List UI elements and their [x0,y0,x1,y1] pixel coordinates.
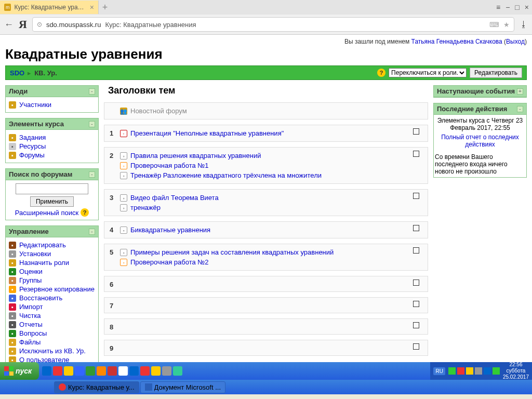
hot-icon: ▫ [120,162,127,169]
ql-icon[interactable] [118,366,128,376]
taskbar-item-browser[interactable]: Курс: Квадратные у... [54,381,139,393]
block-link[interactable]: Резервное копирование [19,285,95,293]
block-link[interactable]: Установки [19,250,51,258]
breadcrumb-root[interactable]: SDO [10,69,24,77]
collapse-icon[interactable]: - [89,121,95,127]
block-link[interactable]: Участники [19,101,51,109]
edit-course-button[interactable]: Редактировать [470,68,522,78]
block-link[interactable]: О пользователе [19,356,69,362]
block-search: Поиск по форумам- Применить Расширенный … [5,168,99,220]
collapse-icon[interactable]: - [89,88,95,95]
keyboard-icon[interactable]: ⌨ [489,21,499,29]
activity-link[interactable]: Проверочная работа №1 [130,162,208,169]
ql-icon[interactable] [75,366,84,376]
windows-logo-icon [4,366,14,376]
tray-icon[interactable] [493,367,500,375]
tray-icon[interactable] [457,367,464,375]
topic-checkbox[interactable] [413,225,419,231]
settings-icon: ▪ [9,250,16,258]
address-bar[interactable]: ⊙ sdo.mouspassk.ru Курс: Квадратные урав… [32,17,514,32]
block-link[interactable]: Ресурсы [19,142,46,150]
block-link[interactable]: Группы [19,276,42,284]
collapse-icon[interactable]: - [89,229,95,235]
block-link[interactable]: Редактировать [19,241,66,249]
expand-icon[interactable] [517,88,523,95]
logout-link[interactable]: Выход [506,38,525,45]
ql-icon[interactable] [140,366,150,376]
tray-icon[interactable] [475,367,482,375]
tray-clock[interactable]: 22:56 суббота 25.02.2017 [503,362,529,380]
advanced-search-link[interactable]: Расширенный поиск [15,209,78,217]
ql-icon[interactable] [108,366,117,376]
block-link[interactable]: Задания [19,134,46,141]
tab-close-icon[interactable]: × [90,3,94,11]
block-link[interactable]: Файлы [19,338,41,346]
maximize-icon[interactable]: □ [515,3,519,11]
topic-checkbox[interactable] [413,247,419,254]
topic-checkbox[interactable] [413,343,419,350]
topic-checkbox[interactable] [413,301,419,307]
bookmark-icon[interactable]: ★ [503,21,510,29]
activity-link[interactable]: Проверочная работа №2 [130,258,208,266]
ql-icon[interactable] [173,366,182,376]
close-window-icon[interactable]: × [525,3,529,11]
role-select[interactable]: Переключиться к роли... [389,68,467,77]
ql-icon[interactable] [162,366,171,376]
url-title: Курс: Квадратные уравнения [105,21,196,29]
block-link[interactable]: Назначить роли [19,259,69,267]
language-indicator[interactable]: RU [433,367,445,375]
topic-checkbox[interactable] [413,128,419,135]
block-link[interactable]: Оценки [19,268,43,275]
help-icon[interactable]: ? [377,69,385,77]
block-link[interactable]: Вопросы [19,329,47,337]
block-link[interactable]: Импорт [19,303,43,311]
reports-icon: ▪ [9,321,16,328]
tray-icon[interactable] [466,367,473,375]
block-link[interactable]: Чистка [19,312,41,320]
menu-icon[interactable]: ≡ [496,3,500,11]
topic-checkbox[interactable] [413,322,419,328]
block-link[interactable]: Восстановить [19,294,62,302]
browser-tab[interactable]: m Курс: Квадратные уравн... × [0,1,99,14]
activity-link[interactable]: Видео файл Теорема Виета [130,194,219,202]
activity-link[interactable]: тренажёр [130,204,161,211]
tray-icon[interactable] [448,367,456,375]
help-icon[interactable]: ? [81,208,89,217]
ql-icon[interactable] [129,366,139,376]
back-button[interactable]: ← [4,19,14,30]
ql-icon[interactable] [53,366,62,376]
start-button[interactable]: пуск [0,362,39,380]
yandex-logo-icon[interactable]: Я [19,18,27,31]
block-link[interactable]: Отчеты [19,321,43,328]
activity-link[interactable]: Презентация "Неполные квадратные уравнен… [130,129,284,137]
user-icon: ▪ [9,356,16,363]
full-report-link[interactable]: Полный отчет о последних действиях [441,134,519,148]
block-link[interactable]: Исключить из КВ. Ур. [19,347,86,355]
ql-icon[interactable] [64,366,73,376]
questions-icon: ▪ [9,330,16,337]
collapse-icon[interactable]: - [89,171,95,178]
downloads-icon[interactable]: ⭳ [520,20,528,29]
page-icon: ▫ [120,204,127,211]
topic-checkbox[interactable] [413,151,419,157]
forum-search-input[interactable] [16,183,88,194]
collapse-icon[interactable]: - [517,106,523,112]
ql-icon[interactable] [97,366,106,376]
activity-link[interactable]: Биквадратные уравнения [130,226,210,234]
topic-checkbox[interactable] [413,193,419,199]
activity-link[interactable]: Примеры решения задач на составления ква… [130,248,334,256]
activity-link[interactable]: Тренажёр Разложение квадратного трёхчлен… [130,171,322,179]
ql-icon[interactable] [42,366,51,376]
url-domain: sdo.mouspassk.ru [46,21,101,29]
username-link[interactable]: Татьяна Геннадьевна Скачкова [411,38,502,45]
ql-icon[interactable] [151,366,161,376]
topic-checkbox[interactable] [413,280,419,286]
tray-icon[interactable] [484,367,491,375]
ql-icon[interactable] [86,366,95,376]
forum-search-button[interactable]: Применить [30,196,74,207]
activity-link[interactable]: Правила решения квадратных уравнений [130,152,261,159]
taskbar-item-word[interactable]: Документ Microsoft ... [140,381,225,393]
block-link[interactable]: Форумы [19,151,45,159]
new-tab-button[interactable]: + [99,2,111,13]
minimize-icon[interactable]: − [506,3,510,11]
